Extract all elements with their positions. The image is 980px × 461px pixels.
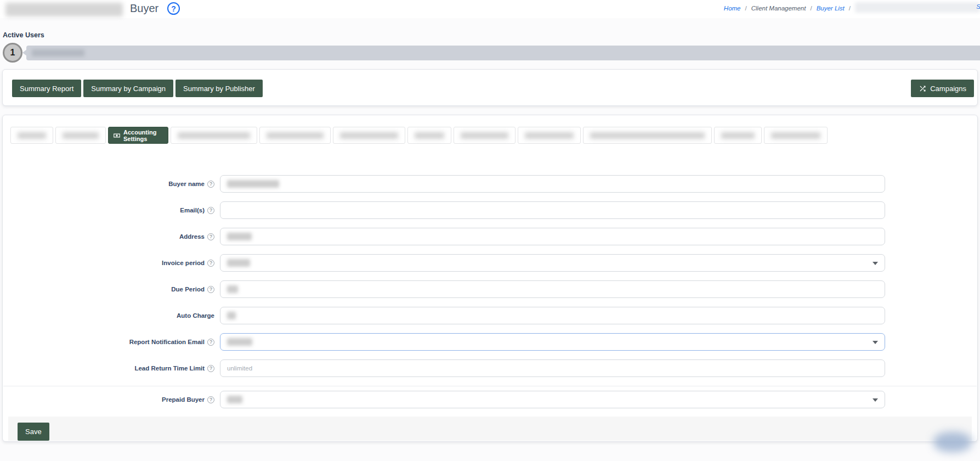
help-tooltip-icon[interactable]: ? [207,233,214,240]
buyer-settings-card: Accounting Settings Buyer name?Email(s)?… [2,115,978,442]
breadcrumb-home[interactable]: Home [724,5,741,12]
emails-label: Email(s) [180,207,205,213]
field-label-group: Prepaid Buyer? [3,396,214,403]
prepaid-buyer-select[interactable] [220,391,885,408]
breadcrumb-separator: / [810,5,812,12]
breadcrumb-separator: / [745,5,747,12]
field-label-group: Lead Return Time Limit? [3,365,214,372]
tab-blurred-3[interactable] [171,127,257,144]
form-row-due-period: Due Period? [3,280,977,298]
tab-blurred-4[interactable] [259,127,331,144]
lead-return-time-limit-label: Lead Return Time Limit [134,365,205,372]
form-row-emails: Email(s)? [3,201,977,219]
field-value-blurred [227,233,252,240]
form-main-section: Buyer name?Email(s)?Address?Invoice peri… [3,175,977,377]
tab-label-blurred [178,132,250,139]
buyer-name-input[interactable] [220,175,885,193]
form-row-lead-return-time-limit: Lead Return Time Limit?unlimited [3,359,977,377]
tab-label-blurred [18,132,46,139]
tab-label-blurred [63,132,99,139]
breadcrumb-separator: / [849,5,851,12]
chat-widget-blurred[interactable] [933,432,972,452]
tab-blurred-7[interactable] [454,127,516,144]
tab-blurred-9[interactable] [583,127,712,144]
field-label-group: Report Notification Email? [3,339,214,346]
tab-blurred-8[interactable] [518,127,581,144]
form-row-invoice-period: Invoice period? [3,254,977,272]
active-user-name-blurred [32,49,84,57]
form-row-report-notification-email: Report Notification Email? [3,333,977,351]
question-mark-glyph: ? [171,4,176,13]
address-input[interactable] [220,228,885,245]
tab-accounting-settings[interactable]: Accounting Settings [108,127,168,144]
active-users-heading: Active Users [3,31,44,39]
form-footer-bar: Save [8,417,972,441]
shuffle-icon [919,85,927,93]
tab-label-blurred [721,132,755,139]
help-tooltip-icon[interactable]: ? [207,339,214,346]
breadcrumb-current-page-blurred: S [855,2,980,13]
field-label-group: Email(s)? [3,207,214,214]
accounting-settings-form: Buyer name?Email(s)?Address?Invoice peri… [3,175,977,417]
tab-blurred-1[interactable] [55,127,106,144]
report-notification-email-select[interactable] [220,333,885,351]
lead-return-time-limit-input[interactable]: unlimited [220,359,885,377]
field-label-group: Due Period? [3,286,214,293]
field-value-blurred [227,312,236,319]
field-value-blurred [227,338,252,346]
tab-label-blurred [415,132,444,139]
save-button[interactable]: Save [18,423,49,441]
campaigns-button[interactable]: Campaigns [911,80,974,97]
help-tooltip-icon[interactable]: ? [207,365,214,372]
summary-toolbar-card: Summary Report Summary by Campaign Summa… [2,69,978,106]
tab-blurred-0[interactable] [10,127,53,144]
summary-report-button[interactable]: Summary Report [12,80,81,97]
field-label-group: Address? [3,233,214,240]
field-value-blurred [227,285,238,293]
due-period-input[interactable] [220,280,885,298]
field-label-group: Buyer name? [3,181,214,188]
breadcrumb-buyer-list[interactable]: Buyer List [817,5,845,12]
form-row-prepaid-buyer: Prepaid Buyer? [3,391,977,408]
top-header-bar: Buyer ? Home / Client Management / Buyer… [0,0,980,18]
emails-input[interactable] [220,201,885,219]
tab-label-blurred [340,132,398,139]
tab-blurred-5[interactable] [333,127,405,144]
help-tooltip-icon[interactable]: ? [207,181,214,188]
tab-label-blurred [267,132,324,139]
prepaid-buyer-label: Prepaid Buyer [162,396,205,403]
help-tooltip-icon[interactable]: ? [207,396,214,403]
due-period-label: Due Period [171,286,205,293]
summary-by-campaign-button[interactable]: Summary by Campaign [83,80,173,97]
invoice-period-select[interactable] [220,254,885,272]
help-tooltip-icon[interactable]: ? [207,286,214,293]
auto-charge-input[interactable] [220,307,885,324]
tab-blurred-10[interactable] [714,127,762,144]
form-section-divider [3,386,977,386]
campaigns-button-label: Campaigns [930,85,966,93]
tab-label-blurred [525,132,574,139]
tab-label-blurred [771,132,820,139]
auto-charge-label: Auto Charge [177,312,214,319]
tab-blurred-6[interactable] [407,127,451,144]
summary-buttons-group: Summary Report Summary by Campaign Summa… [12,80,263,97]
summary-by-publisher-button[interactable]: Summary by Publisher [175,80,263,97]
settings-tab-bar: Accounting Settings [10,127,828,144]
field-label-group: Invoice period? [3,260,214,267]
help-tooltip-icon[interactable]: ? [207,260,214,267]
field-value-blurred [227,396,242,403]
page-title: Buyer [130,2,158,15]
tab-label-blurred [461,132,508,139]
form-row-auto-charge: Auto Charge [3,307,977,324]
banknote-icon [113,132,121,139]
help-circle-icon[interactable]: ? [167,2,180,15]
help-tooltip-icon[interactable]: ? [207,207,214,214]
buyer-name-title-blurred [5,3,123,16]
buyer-name-label: Buyer name [168,181,205,187]
form-prepaid-section: Prepaid Buyer? [3,391,977,408]
field-label-group: Auto Charge [3,312,214,319]
tab-blurred-11[interactable] [764,127,828,144]
active-user-row[interactable] [26,46,980,60]
invoice-period-label: Invoice period [162,260,205,266]
field-value-blurred [227,180,279,188]
